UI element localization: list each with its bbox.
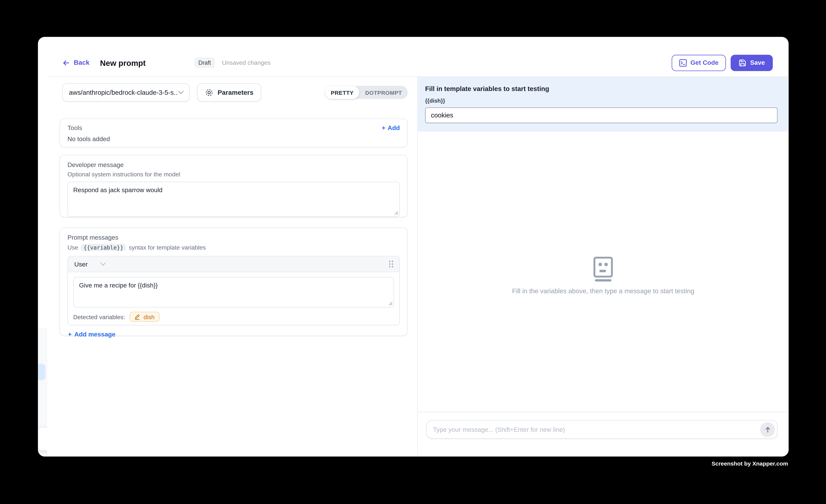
add-tool-label: Add bbox=[388, 124, 400, 132]
arrow-up-icon bbox=[764, 426, 771, 433]
tools-card: Tools + Add No tools added bbox=[60, 118, 408, 147]
tester-panel: Fill in template variables to start test… bbox=[417, 77, 788, 456]
drag-handle-icon[interactable] bbox=[389, 261, 393, 267]
developer-message-subtitle: Optional system instructions for the mod… bbox=[67, 171, 400, 178]
view-mode-toggle: PRETTY DOTPROMPT bbox=[325, 86, 408, 99]
unsaved-changes-label: Unsaved changes bbox=[222, 60, 271, 66]
template-variables-section: Fill in template variables to start test… bbox=[418, 77, 789, 132]
sidebar-active-item[interactable] bbox=[38, 364, 45, 380]
dish-variable-label: {{dish}} bbox=[425, 98, 778, 104]
resize-handle-icon[interactable] bbox=[394, 210, 398, 215]
variables-section-title: Fill in template variables to start test… bbox=[425, 85, 778, 93]
save-button[interactable]: Save bbox=[731, 54, 773, 71]
status-badge: Draft bbox=[194, 57, 215, 68]
empty-state-text: Fill in the variables above, then type a… bbox=[418, 288, 789, 295]
detected-variables-label: Detected variables: bbox=[73, 314, 125, 320]
get-code-label: Get Code bbox=[691, 59, 719, 66]
chat-input-bar bbox=[418, 412, 789, 456]
sidebar-sliver bbox=[38, 77, 47, 456]
chat-input-wrap bbox=[426, 420, 778, 439]
terminal-icon bbox=[679, 59, 687, 67]
gear-icon bbox=[205, 88, 214, 97]
model-row: aws/anthropic/bedrock-claude-3-5-s... Pa… bbox=[62, 83, 408, 102]
add-message-button[interactable]: + Add message bbox=[68, 331, 115, 338]
variable-chip-dish[interactable]: dish bbox=[130, 312, 159, 322]
developer-message-card: Developer message Optional system instru… bbox=[60, 155, 408, 217]
watermark: Screenshot by Xnapper.com bbox=[711, 460, 788, 467]
chevron-down-icon bbox=[178, 90, 184, 94]
back-label: Back bbox=[74, 59, 90, 66]
back-button[interactable]: Back bbox=[62, 59, 90, 67]
prompt-messages-card: Prompt messages Use {{variable}} syntax … bbox=[60, 228, 408, 336]
page-title: New prompt bbox=[100, 58, 146, 67]
hint-prefix: Use bbox=[67, 244, 78, 251]
dish-variable-input[interactable] bbox=[425, 107, 778, 123]
save-icon bbox=[739, 59, 747, 67]
screenshot-stage: Back New prompt Draft Unsaved changes Ge… bbox=[0, 0, 826, 504]
prompt-messages-title: Prompt messages bbox=[67, 234, 400, 241]
role-select[interactable]: User bbox=[74, 260, 106, 268]
app-window: Back New prompt Draft Unsaved changes Ge… bbox=[38, 37, 789, 456]
detected-variables-row: Detected variables: dish bbox=[73, 312, 394, 322]
resize-handle-icon[interactable] bbox=[388, 301, 392, 305]
message-block: User Give me a recipe for {{dish}} Detec… bbox=[67, 256, 400, 325]
add-message-label: Add message bbox=[74, 331, 115, 338]
tools-empty-text: No tools added bbox=[67, 135, 400, 143]
back-arrow-icon bbox=[62, 59, 70, 67]
variable-chip-label: dish bbox=[143, 314, 155, 320]
prompt-editor-panel: aws/anthropic/bedrock-claude-3-5-s... Pa… bbox=[47, 77, 417, 456]
message-role-row: User bbox=[68, 256, 399, 272]
save-label: Save bbox=[750, 59, 765, 66]
get-code-button[interactable]: Get Code bbox=[671, 54, 726, 71]
model-select[interactable]: aws/anthropic/bedrock-claude-3-5-s... bbox=[62, 83, 190, 102]
message-body: Give me a recipe for {{dish}} Detected v… bbox=[68, 272, 399, 325]
template-hint: Use {{variable}} syntax for template var… bbox=[67, 244, 400, 251]
variable-syntax-chip: {{variable}} bbox=[81, 244, 126, 251]
toggle-dotprompt[interactable]: DOTPROMPT bbox=[359, 86, 408, 99]
bot-face-icon bbox=[591, 256, 615, 282]
tools-title: Tools bbox=[67, 124, 82, 132]
role-select-value: User bbox=[74, 260, 88, 268]
parameters-label: Parameters bbox=[218, 89, 253, 96]
send-button[interactable] bbox=[760, 422, 775, 437]
message-field-wrap: Give me a recipe for {{dish}} bbox=[73, 277, 394, 308]
edit-pencil-icon bbox=[135, 314, 140, 320]
chat-empty-state: Fill in the variables above, then type a… bbox=[418, 132, 789, 412]
model-select-value: aws/anthropic/bedrock-claude-3-5-s... bbox=[69, 89, 178, 96]
message-textarea[interactable]: Give me a recipe for {{dish}} bbox=[73, 277, 394, 308]
plus-icon: + bbox=[381, 124, 386, 132]
toggle-pretty[interactable]: PRETTY bbox=[325, 86, 359, 99]
chevron-down-icon bbox=[100, 262, 106, 266]
hint-suffix: syntax for template variables bbox=[129, 244, 206, 251]
parameters-button[interactable]: Parameters bbox=[197, 83, 261, 102]
tools-header: Tools + Add bbox=[67, 124, 400, 132]
chat-message-input[interactable] bbox=[427, 426, 760, 433]
header-actions: Get Code Save bbox=[671, 54, 773, 71]
developer-message-field-wrap: Respond as jack sparrow would bbox=[67, 182, 400, 217]
add-tool-button[interactable]: + Add bbox=[381, 124, 400, 132]
developer-message-textarea[interactable]: Respond as jack sparrow would bbox=[67, 182, 400, 217]
header: Back New prompt Draft Unsaved changes Ge… bbox=[38, 37, 789, 77]
plus-icon: + bbox=[68, 331, 72, 338]
developer-message-title: Developer message bbox=[67, 161, 400, 169]
